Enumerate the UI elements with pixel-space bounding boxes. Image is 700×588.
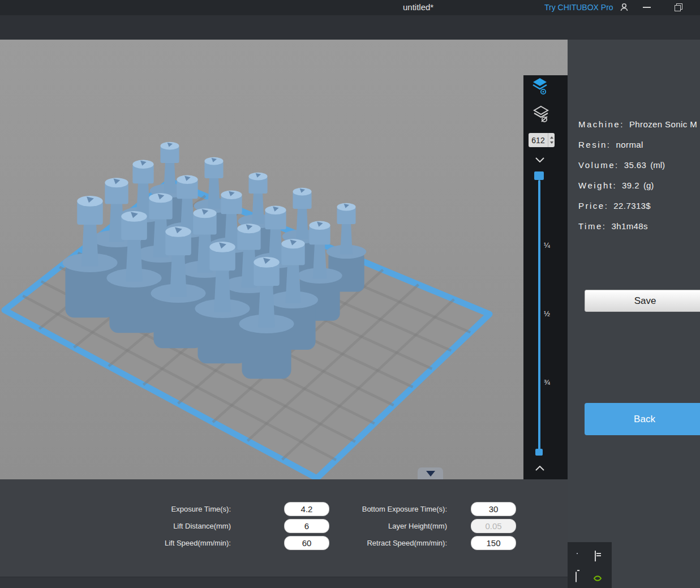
price-value: 22.7313$ bbox=[613, 201, 651, 211]
machine-value: Phrozen Sonic M bbox=[629, 119, 697, 129]
volume-unit: (ml) bbox=[650, 160, 665, 170]
back-button[interactable]: Back bbox=[585, 403, 700, 435]
lift-speed-label: Lift Speed(mm/min): bbox=[85, 539, 231, 547]
chevron-up-icon[interactable] bbox=[535, 463, 544, 474]
layer-slider-handle-bottom[interactable] bbox=[535, 449, 543, 456]
restore-window-icon[interactable] bbox=[675, 3, 683, 11]
layer-height-label: Layer Height(mm) bbox=[300, 522, 447, 530]
layer-number-value: 612 bbox=[529, 136, 548, 145]
viewport-3d[interactable] bbox=[0, 40, 568, 479]
system-tray-popup bbox=[568, 542, 612, 588]
bottom-exposure-time-label: Bottom Exposure Time(s): bbox=[300, 505, 447, 513]
chitubox-window: untitled* Try CHITUBOX Pro bbox=[0, 0, 700, 588]
layers-visible-icon[interactable] bbox=[531, 77, 548, 97]
layer-number-spinbox[interactable]: 612 bbox=[529, 133, 555, 147]
display-icon[interactable] bbox=[595, 551, 596, 561]
triangle-down-icon bbox=[426, 471, 435, 477]
setting-row: Lift Distance(mm) bbox=[85, 519, 329, 533]
setting-row: Bottom Exposure Time(s): bbox=[300, 502, 516, 516]
setting-row: Exposure Time(s): bbox=[85, 502, 329, 516]
fraction-threequarter-label: ¾ bbox=[544, 378, 550, 387]
layer-slider-handle-top[interactable] bbox=[534, 171, 544, 180]
minimize-icon[interactable] bbox=[643, 7, 651, 8]
layer-spinner-buttons[interactable] bbox=[548, 133, 555, 147]
time-label: Time: bbox=[578, 221, 606, 231]
setting-row: Lift Speed(mm/min): bbox=[85, 536, 329, 550]
retract-speed-label: Retract Speed(mm/min): bbox=[300, 539, 447, 547]
volume-label: Volume: bbox=[578, 160, 619, 170]
nvidia-icon[interactable] bbox=[593, 574, 602, 584]
save-button[interactable]: Save bbox=[585, 290, 700, 312]
info-row-volume: Volume:35.63(ml) bbox=[578, 160, 665, 170]
battery-icon[interactable] bbox=[576, 572, 577, 582]
resin-value: normal bbox=[616, 140, 643, 149]
try-chitubox-pro-link[interactable]: Try CHITUBOX Pro bbox=[544, 3, 613, 12]
setting-row: Layer Height(mm) bbox=[300, 519, 516, 533]
exposure-time-label: Exposure Time(s): bbox=[85, 505, 231, 513]
weight-label: Weight: bbox=[578, 181, 617, 190]
weight-unit: (g) bbox=[643, 181, 654, 190]
layer-slider-track[interactable] bbox=[538, 180, 540, 450]
spin-down-icon[interactable] bbox=[550, 141, 553, 144]
lift-distance-label: Lift Distance(mm) bbox=[85, 522, 231, 530]
fraction-half-label: ½ bbox=[544, 310, 550, 318]
fraction-quarter-label: ¼ bbox=[544, 241, 550, 250]
info-row-price: Price:22.7313$ bbox=[578, 201, 655, 211]
restore-square-front bbox=[675, 5, 681, 11]
collapse-settings-button[interactable] bbox=[418, 467, 443, 479]
layers-hidden-icon[interactable] bbox=[532, 105, 549, 125]
price-label: Price: bbox=[578, 201, 608, 211]
time-value: 3h1m48s bbox=[611, 221, 648, 231]
machine-label: Machine: bbox=[578, 119, 624, 129]
spin-up-icon[interactable] bbox=[550, 136, 553, 139]
weight-value: 39.2 bbox=[622, 181, 639, 190]
volume-value: 35.63 bbox=[624, 160, 647, 170]
bottom-exposure-time-input[interactable] bbox=[471, 502, 516, 516]
resin-label: Resin: bbox=[578, 140, 611, 149]
toolbar-area bbox=[0, 15, 700, 40]
window-title: untitled* bbox=[403, 2, 433, 12]
status-strip bbox=[0, 577, 568, 588]
print-info-panel: Machine:Phrozen Sonic M Resin:normal Vol… bbox=[568, 40, 700, 588]
retract-speed-input[interactable] bbox=[471, 536, 516, 550]
print-settings-panel: Exposure Time(s): Lift Distance(mm) Lift… bbox=[0, 479, 568, 577]
info-row-resin: Resin:normal bbox=[578, 140, 647, 149]
layer-slider-panel: 612 ¼ ½ ¾ bbox=[523, 75, 568, 479]
user-account-icon[interactable] bbox=[619, 2, 629, 12]
setting-row: Retract Speed(mm/min): bbox=[300, 536, 516, 550]
chevron-down-icon[interactable] bbox=[535, 154, 544, 165]
build-plate-scene bbox=[0, 40, 568, 479]
layer-height-input bbox=[471, 519, 516, 533]
info-row-weight: Weight:39.2(g) bbox=[578, 181, 654, 190]
info-row-time: Time:3h1m48s bbox=[578, 221, 652, 231]
info-row-machine: Machine:Phrozen Sonic M bbox=[578, 119, 700, 129]
titlebar: untitled* Try CHITUBOX Pro bbox=[0, 0, 700, 15]
